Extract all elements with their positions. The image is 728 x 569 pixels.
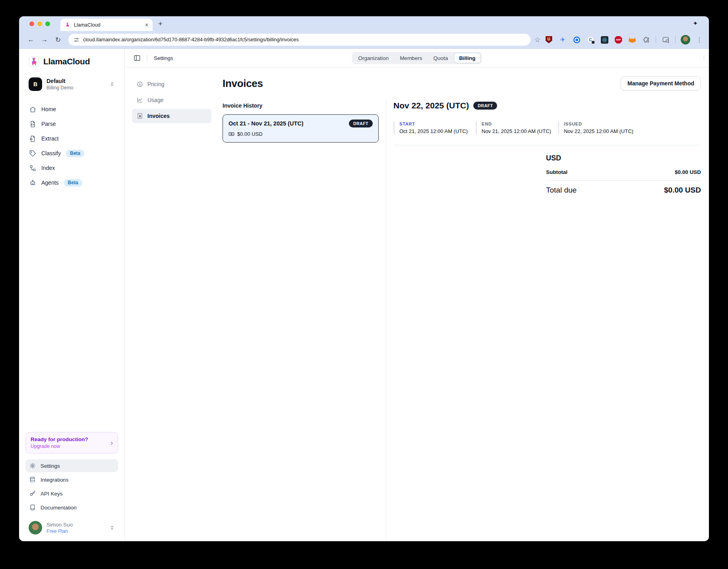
site-settings-icon[interactable] [74, 37, 79, 43]
svg-text:$: $ [139, 83, 141, 86]
browser-profile-avatar[interactable] [681, 35, 690, 44]
metamask-fox-extension-icon[interactable] [628, 35, 637, 44]
toolbar-divider [675, 36, 676, 43]
invoice-history-column: Invoice History Oct 21 - Nov 21, 2025 (U… [223, 100, 386, 541]
target-extension-icon[interactable] [572, 35, 581, 44]
manage-payment-method-button[interactable]: Manage Payment Method [621, 76, 701, 91]
jet-extension-icon[interactable]: ✈ [558, 35, 567, 44]
invoice-meta: START Oct 21, 2025 12:00 AM (UTC) END No… [393, 122, 701, 134]
beta-badge: Beta [66, 150, 84, 157]
url-text[interactable]: cloud.llamaindex.ai/organization/6d75d17… [83, 37, 299, 42]
subnav-item-usage[interactable]: Usage [132, 93, 211, 107]
ublock-extension-icon[interactable]: U [544, 35, 553, 44]
sidebar-item-parse[interactable]: Parse [25, 117, 118, 131]
maximize-window-button[interactable] [45, 21, 50, 26]
tab-quota[interactable]: Quota [428, 53, 453, 63]
browser-toolbar: ← → ↻ cloud.llamaindex.ai/organization/6… [19, 31, 709, 49]
invoice-totals: USD Subtotal $0.00 USD Total due $0.00 U… [546, 154, 701, 195]
screen-search-icon[interactable] [661, 35, 670, 44]
beta-badge: Beta [64, 179, 82, 187]
meta-end: END Nov 21, 2025 12:00 AM (UTC) [476, 122, 552, 134]
receipt-icon: $ [137, 113, 143, 119]
tab-close-icon[interactable]: ✕ [145, 22, 149, 28]
new-tab-button[interactable]: + [158, 20, 163, 27]
invoice-detail-panel: Nov 22, 2025 (UTC) DRAFT START Oct 21, 2… [386, 100, 701, 541]
react-devtools-extension-icon[interactable] [600, 35, 609, 44]
header-right-divider [704, 55, 704, 61]
subtotal-value: $0.00 USD [675, 169, 701, 175]
total-due-label: Total due [546, 186, 577, 195]
sidebar-item-api-keys[interactable]: API Keys [25, 487, 118, 500]
sidebar-item-agents[interactable]: Agents Beta [25, 176, 118, 189]
privacy-lock-extension-icon[interactable]: C [586, 35, 595, 44]
adblock-plus-extension-icon[interactable]: ABP [614, 35, 623, 44]
user-avatar [29, 521, 42, 534]
tab-billing[interactable]: Billing [454, 53, 480, 63]
org-avatar: B [29, 77, 42, 91]
totals-divider [546, 180, 701, 181]
chevron-up-down-icon [109, 81, 115, 87]
total-due-value: $0.00 USD [664, 186, 701, 195]
extension-icons: U ✈ C ABP ⋮ [544, 35, 703, 44]
circle-dollar-icon: $ [137, 81, 143, 87]
chevron-right-icon: › [110, 439, 113, 446]
main-area: Settings Organization Members Quota Bill… [125, 49, 709, 541]
minimize-window-button[interactable] [37, 21, 42, 26]
forward-button[interactable]: → [38, 34, 51, 46]
sidebar-item-integrations[interactable]: Integrations [25, 473, 118, 486]
org-subtitle: Billing Demo [46, 85, 73, 91]
org-selector[interactable]: B Default Billing Demo [25, 75, 118, 93]
meta-start: START Oct 21, 2025 12:00 AM (UTC) [393, 122, 470, 134]
settings-tab-group: Organization Members Quota Billing [352, 52, 482, 64]
close-window-button[interactable] [29, 21, 34, 26]
sidebar-footer-nav: Settings Integrations API Keys Documenta… [19, 459, 124, 514]
tree-icon [29, 165, 36, 172]
breadcrumb: Settings [154, 55, 173, 61]
header-divider [147, 55, 147, 61]
browser-tab[interactable]: LlamaCloud ✕ [60, 19, 153, 31]
upgrade-banner[interactable]: Ready for production? Upgrade now › [25, 432, 118, 453]
sidebar-item-settings[interactable]: Settings [25, 459, 118, 472]
invoice-detail-title: Nov 22, 2025 (UTC) [393, 101, 469, 110]
llamacloud-app: LlamaCloud B Default Billing Demo Home [19, 49, 709, 541]
url-bar[interactable]: cloud.llamaindex.ai/organization/6d75d17… [68, 34, 531, 46]
sidebar-item-home[interactable]: Home [25, 102, 118, 116]
extensions-puzzle-icon[interactable] [642, 35, 651, 44]
sidebar-item-documentation[interactable]: Documentation [25, 501, 118, 514]
org-name: Default [46, 78, 73, 84]
sidebar-item-index[interactable]: Index [25, 161, 118, 175]
subnav-item-pricing[interactable]: $ Pricing [132, 77, 211, 91]
user-menu[interactable]: Simon Suo Free Plan [25, 519, 118, 536]
invoice-amount: $0.00 USD [237, 131, 263, 137]
subtotal-label: Subtotal [546, 169, 567, 175]
browser-window: LlamaCloud ✕ + ✦ ← → ↻ cloud.llamaindex.… [19, 16, 709, 541]
status-badge: DRAFT [473, 102, 497, 110]
billing-content: $ Pricing Usage $ Invoices Invoic [125, 68, 709, 541]
sidebar-item-extract[interactable]: Extract [25, 132, 118, 145]
reload-button[interactable]: ↻ [52, 34, 64, 46]
bookmark-star-icon[interactable]: ☆ [534, 36, 540, 44]
sidebar-item-classify[interactable]: Classify Beta [25, 147, 118, 160]
chevron-up-down-icon [109, 525, 115, 530]
window-controls [29, 21, 50, 26]
brand: LlamaCloud [19, 55, 124, 68]
browser-menu-icon[interactable]: ⋮ [695, 36, 703, 44]
tab-members[interactable]: Members [395, 53, 427, 63]
subnav-item-invoices[interactable]: $ Invoices [132, 109, 211, 123]
sidebar: LlamaCloud B Default Billing Demo Home [19, 49, 125, 541]
currency-label: USD [546, 154, 701, 162]
gear-icon [29, 463, 36, 469]
invoice-period: Oct 21 - Nov 21, 2025 (UTC) [228, 120, 304, 127]
status-badge: DRAFT [349, 120, 373, 127]
back-button[interactable]: ← [25, 34, 37, 46]
tab-strip-sparkle-icon[interactable]: ✦ [693, 20, 698, 27]
browser-tab-strip: LlamaCloud ✕ + ✦ [19, 16, 709, 31]
home-icon [29, 106, 36, 113]
invoice-list-item[interactable]: Oct 21 - Nov 21, 2025 (UTC) DRAFT $0.00 … [223, 114, 379, 143]
detail-divider [393, 145, 701, 145]
sidebar-nav: Home Parse Extract Classify Beta I [19, 102, 124, 189]
banner-subtitle: Upgrade now [31, 444, 88, 449]
file-code-icon [29, 121, 36, 127]
tab-organization[interactable]: Organization [353, 53, 394, 63]
sidebar-toggle-icon[interactable] [134, 54, 141, 62]
